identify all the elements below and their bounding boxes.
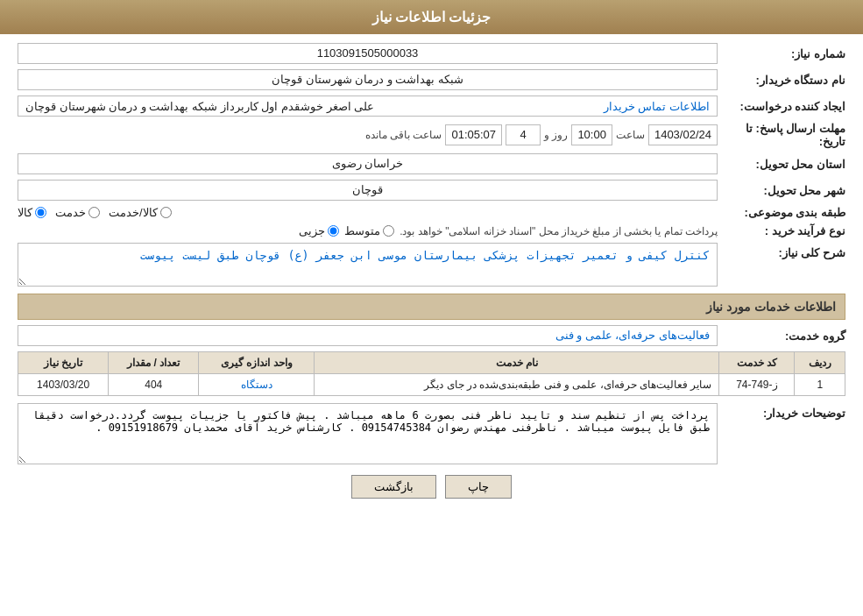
shomareNiaz-value: 1103091505000033	[18, 43, 718, 64]
sharh-textarea[interactable]	[18, 243, 718, 287]
col-tedad: تعداد / مقدار	[109, 352, 199, 374]
kala-khadamat-label: کالا/خدمت	[109, 206, 158, 219]
radio-khadamat[interactable]: خدمت	[55, 206, 100, 219]
col-kod: کد خدمت	[719, 352, 795, 374]
khadamat-section-title: اطلاعات خدمات مورد نیاز	[18, 294, 845, 320]
page-header: جزئیات اطلاعات نیاز	[0, 0, 863, 34]
col-radif: ردیف	[795, 352, 845, 374]
ijadKonande-value: اطلاعات تماس خریدار علی اصغر خوشقدم اول …	[18, 96, 718, 117]
ostan-value: خراسان رضوی	[18, 153, 718, 174]
chap-button[interactable]: چاپ	[445, 475, 512, 499]
ijadKonande-label: ایجاد کننده درخواست:	[723, 100, 845, 113]
noeFarayand-label: نوع فرآیند خرید :	[723, 224, 845, 237]
radio-jazei[interactable]: جزیی	[299, 224, 339, 237]
tawzih-label: توضیحات خریدار:	[723, 403, 845, 420]
namDastgah-label: نام دستگاه خریدار:	[723, 74, 845, 87]
ijadKonande-link[interactable]: اطلاعات تماس خریدار	[604, 100, 710, 113]
mohlatLabel: مهلت ارسال پاسخ: تا تاریخ:	[723, 122, 845, 148]
saatMande-label: ساعت باقی مانده	[365, 129, 442, 141]
jazei-label: جزیی	[299, 224, 325, 237]
tabaqebandi-group: کالا/خدمت خدمت کالا	[18, 206, 718, 219]
radio-motavaset[interactable]: متوسط	[344, 224, 394, 237]
button-row: چاپ بازگشت	[18, 475, 845, 499]
radio-kala-khadamat[interactable]: کالا/خدمت	[109, 206, 172, 219]
mohlatDate: 1403/02/24	[648, 124, 718, 145]
table-row: 1ز-749-74سایر فعالیت‌های حرفه‌ای، علمی و…	[18, 374, 845, 396]
shomareNiaz-label: شماره نیاز:	[723, 47, 845, 60]
namDastgah-value: شبکه بهداشت و درمان شهرستان قوچان	[18, 69, 718, 90]
ostan-label: استان محل تحویل:	[723, 158, 845, 171]
service-table: ردیف کد خدمت نام خدمت واحد اندازه گیری ت…	[18, 351, 845, 396]
shahr-value: قوچان	[18, 180, 718, 201]
motavaset-label: متوسط	[344, 224, 380, 237]
saat-label: ساعت	[616, 129, 645, 141]
mohlatSaat: 10:00	[571, 124, 612, 145]
groupKhadamat-label: گروه خدمت:	[723, 329, 845, 343]
sharh-label: شرح کلی نیاز:	[723, 243, 845, 259]
groupKhadamat-value: فعالیت‌های حرفه‌ای، علمی و فنی	[18, 325, 718, 346]
kala-label: کالا	[18, 206, 32, 219]
shahr-label: شهر محل تحویل:	[723, 184, 845, 197]
bazgasht-button[interactable]: بازگشت	[351, 475, 436, 499]
process-group: پرداخت تمام یا بخشی از مبلغ خریداز محل "…	[18, 224, 718, 237]
tawzih-textarea[interactable]	[18, 403, 718, 464]
radio-kala[interactable]: کالا	[18, 206, 46, 219]
ijadKonande-text: علی اصغر خوشقدم اول کاربرداز شبکه بهداشت…	[25, 100, 374, 113]
col-tarikh: تاریخ نیاز	[18, 352, 109, 374]
header-title: جزئیات اطلاعات نیاز	[372, 10, 492, 25]
khadamat-label: خدمت	[55, 206, 86, 219]
mohlatRoz: 4	[506, 124, 541, 145]
tabaqebandi-label: طبقه بندی موضوعی:	[723, 206, 845, 219]
mohlatSaatMande: 01:05:07	[445, 124, 502, 145]
process-desc: پرداخت تمام یا بخشی از مبلغ خریداز محل "…	[400, 225, 718, 237]
col-vahed: واحد اندازه گیری	[199, 352, 315, 374]
col-nam: نام خدمت	[315, 352, 719, 374]
roz-label: روز و	[544, 129, 568, 141]
